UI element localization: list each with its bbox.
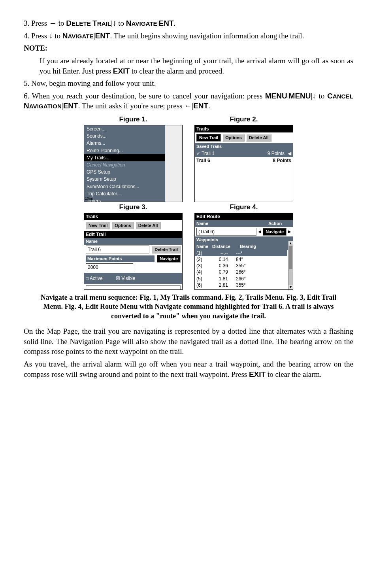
right-arrow-icon[interactable]: ▶ (288, 229, 291, 234)
wp-bearing: 266° (236, 276, 256, 282)
saved-trails-label: Saved Trails (195, 143, 293, 150)
action-label: Action (257, 220, 293, 227)
down-arrow-icon: ↓ (113, 19, 117, 27)
waypoint-row[interactable]: (1)--.-----° (195, 250, 287, 256)
text: EXIT (113, 67, 130, 75)
active-checkbox[interactable]: □ Active (86, 276, 103, 281)
wp-name: (6) (196, 282, 212, 288)
col-name: Name (196, 244, 212, 250)
menu-item-cancel-navigation: Cancel Navigation (84, 161, 165, 168)
new-trail-button[interactable]: New Trail (86, 222, 110, 229)
text: . (174, 19, 176, 27)
menu-item-alarms[interactable]: Alarms... (84, 140, 165, 147)
figure-1-screen: Screen... Sounds... Alarms... Route Plan… (84, 125, 183, 202)
wp-distance: 0.36 (212, 263, 236, 269)
trail-6-name[interactable]: Trail 6 (196, 157, 273, 164)
note-heading: NOTE: (24, 43, 353, 53)
waypoint-row[interactable]: (4)0.79266° (195, 269, 287, 275)
delete-trail-button[interactable]: Delete Trail (152, 246, 181, 253)
delete-all-button[interactable]: Delete All (246, 134, 271, 142)
waypoint-row[interactable]: (6)2.81355° (195, 282, 287, 288)
figure-caption: Navigate a trail menu sequence: Fig. 1, … (36, 293, 341, 321)
trail-1-name[interactable]: ✓ Trail 1 (196, 150, 268, 157)
figure-2: Figure 2. Trails New Trail Options Delet… (194, 114, 293, 202)
text: N (126, 19, 132, 27)
title-bar: Trails (84, 213, 182, 220)
title-bar: Edit Route (195, 213, 293, 220)
text: to (53, 32, 62, 40)
scroll-down-icon[interactable]: ▼ (288, 285, 293, 289)
scrollbar[interactable]: ▲ ▼ (288, 241, 293, 289)
waypoint-row[interactable]: (7)4.80266° (195, 288, 287, 290)
text: ELETE (72, 20, 92, 27)
text: MENU (265, 92, 287, 100)
menu-item-my-trails[interactable]: My Trails... (84, 154, 165, 161)
map-scale: 10mi (85, 196, 93, 201)
figure-3-screen: Trails New Trail Options Delete All Edit… (84, 213, 183, 290)
step-3: 3. Press → to DELETE TRAIL|↓ to NAVIGATE… (24, 18, 353, 28)
navigate-button[interactable]: Navigate (157, 255, 181, 263)
step-6: 6. When you reach your destination, be s… (24, 91, 353, 111)
waypoint-row[interactable]: (5)1.81266° (195, 276, 287, 282)
wp-distance: 0.79 (212, 269, 236, 275)
max-points-input[interactable]: 2000 (86, 263, 133, 271)
text: C (327, 92, 333, 100)
left-arrow-icon[interactable]: ◀ (258, 229, 261, 234)
menu-item-system-setup[interactable]: System Setup (84, 176, 165, 183)
name-input[interactable]: Trail 6 (86, 246, 149, 253)
menu-item-sun-moon[interactable]: Sun/Moon Calculations... (84, 183, 165, 190)
trail-6-points: 8 Points (273, 157, 291, 164)
menu-item-timers[interactable]: Timers (84, 197, 165, 202)
right-arrow-icon: → (49, 19, 57, 27)
scroll-up-icon[interactable]: ▲ (288, 241, 293, 246)
options-button[interactable]: Options (112, 222, 134, 229)
route-name-input[interactable]: (Trail 6) (196, 228, 256, 236)
wp-distance: 0.14 (212, 256, 236, 263)
navigate-button[interactable]: Navigate (263, 228, 287, 236)
empty-field[interactable] (86, 285, 181, 290)
wp-name: (5) (196, 276, 212, 282)
delete-all-button[interactable]: Delete All (136, 222, 161, 229)
new-trail-button[interactable]: New Trail (196, 134, 221, 142)
figure-1: Figure 1. Screen... Sounds... Alarms... … (84, 114, 183, 202)
figure-4: Figure 4. Edit Route Name Action (Trail … (194, 202, 293, 290)
text: D (66, 19, 72, 27)
scroll-thumb[interactable] (289, 246, 292, 269)
text: to clear the alarm and proceed. (130, 67, 224, 75)
down-arrow-icon: ↓ (312, 92, 316, 100)
waypoint-row[interactable]: (2)0.1484° (195, 256, 287, 263)
wp-bearing: 266° (236, 269, 256, 275)
menu-item-screen[interactable]: Screen... (84, 125, 165, 132)
wp-name: (3) (196, 263, 212, 269)
wp-name: (4) (196, 269, 212, 275)
paragraph-map-page: On the Map Page, the trail you are navig… (24, 326, 353, 357)
text: T (92, 19, 97, 27)
menu-item-route-planning[interactable]: Route Planning... (84, 147, 165, 154)
text: EXIT (249, 370, 266, 378)
trail-1-points: 9 Points (268, 150, 285, 157)
col-distance: Distance (212, 244, 240, 250)
wp-distance: 2.81 (212, 282, 236, 288)
visible-checkbox[interactable]: ☒ Visible (116, 276, 135, 281)
waypoint-row[interactable]: (3)0.36355° (195, 263, 287, 269)
wp-bearing: 266° (236, 288, 256, 290)
wp-distance: 1.81 (212, 276, 236, 282)
menu-item-trip-calc[interactable]: Trip Calculator... (84, 190, 165, 197)
wp-distance: 4.80 (212, 288, 236, 290)
text: to (316, 92, 327, 100)
options-button[interactable]: Options (222, 134, 245, 142)
menu-item-gps-setup[interactable]: GPS Setup (84, 168, 165, 176)
back-arrow-icon: ◀ (288, 150, 291, 157)
text: . (208, 102, 210, 110)
figure-4-screen: Edit Route Name Action (Trail 6) ◀ Navig… (194, 213, 293, 290)
figure-label: Figure 2. (230, 115, 258, 124)
name-label: Name (195, 220, 257, 227)
down-arrow-icon: ↓ (49, 32, 53, 40)
waypoints-label: Waypoints (195, 236, 293, 243)
figure-label: Figure 3. (119, 203, 147, 212)
menu-item-sounds[interactable]: Sounds... (84, 132, 165, 140)
figures-container: Figure 1. Screen... Sounds... Alarms... … (24, 114, 353, 290)
text: 3. Press (24, 19, 49, 27)
name-label: Name (84, 238, 182, 245)
text: ENT (193, 102, 208, 110)
